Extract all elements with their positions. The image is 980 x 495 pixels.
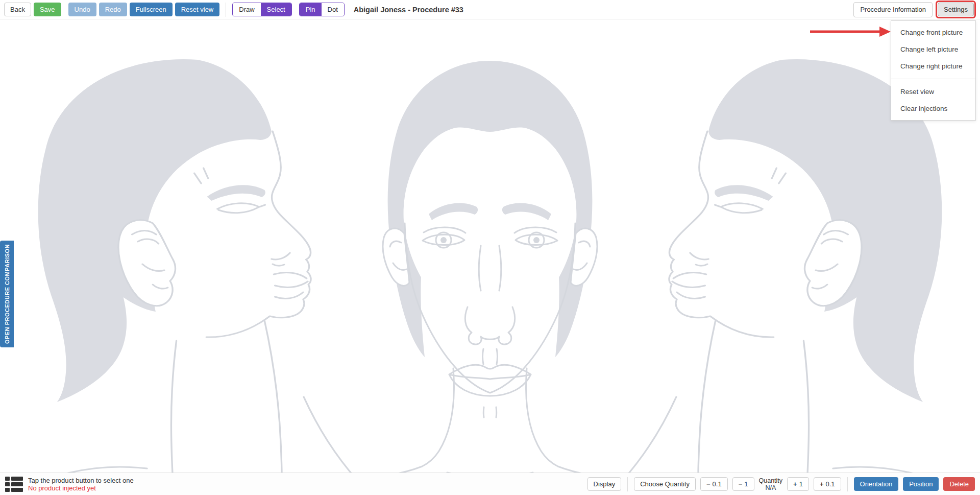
pin-dot-toggle: Pin Dot: [299, 3, 345, 16]
settings-button-red-highlight: Settings: [936, 1, 976, 18]
plus-icon: +: [820, 480, 824, 488]
bottombar-divider-2: [847, 477, 848, 491]
bottom-toolbar: Tap the product button to select one No …: [0, 473, 980, 495]
front-face-illustration: [347, 43, 633, 483]
dot-toggle-option[interactable]: Dot: [322, 3, 344, 16]
plus-icon: +: [793, 480, 797, 488]
product-hint-text: Tap the product button to select one: [28, 477, 134, 484]
menu-item-reset-view[interactable]: Reset view: [891, 83, 975, 100]
draw-select-toggle: Draw Select: [232, 3, 291, 16]
menu-item-change-front-picture[interactable]: Change front picture: [891, 24, 975, 41]
settings-dropdown-menu: Change front picture Change left picture…: [891, 20, 976, 121]
redo-button[interactable]: Redo: [99, 3, 127, 16]
back-button[interactable]: Back: [4, 3, 31, 16]
fullscreen-button[interactable]: Fullscreen: [130, 3, 173, 16]
pin-toggle-option[interactable]: Pin: [300, 3, 322, 16]
quantity-value: N/A: [759, 484, 783, 491]
no-product-status-text: No product injected yet: [28, 484, 134, 492]
open-procedure-comparison-tab[interactable]: OPEN PROCEDURE COMPARISON: [0, 241, 14, 347]
procedure-information-button[interactable]: Procedure Information: [853, 2, 933, 17]
orientation-button[interactable]: Orientation: [854, 477, 899, 491]
delete-button[interactable]: Delete: [943, 477, 975, 491]
minus-icon: −: [739, 480, 743, 488]
display-button[interactable]: Display: [587, 477, 622, 491]
product-list-icon[interactable]: [5, 477, 23, 492]
position-button[interactable]: Position: [903, 477, 939, 491]
injection-canvas[interactable]: [0, 20, 980, 473]
reset-view-button[interactable]: Reset view: [175, 3, 220, 16]
decrease-0.1-button[interactable]: − 0.1: [700, 477, 728, 491]
page-title: Abigail Joness - Procedure #33: [354, 6, 463, 14]
menu-item-change-left-picture[interactable]: Change left picture: [891, 41, 975, 58]
undo-button[interactable]: Undo: [68, 3, 96, 16]
annotation-arrow-icon: [809, 26, 892, 38]
quantity-readout: Quantity N/A: [759, 477, 783, 491]
draw-toggle-option[interactable]: Draw: [233, 3, 260, 16]
product-hint-block: Tap the product button to select one No …: [28, 477, 134, 492]
menu-item-change-right-picture[interactable]: Change right picture: [891, 58, 975, 75]
menu-item-clear-injections[interactable]: Clear injections: [891, 100, 975, 117]
increase-0.1-button[interactable]: + 0.1: [814, 477, 841, 491]
decrease-1-button[interactable]: − 1: [732, 477, 754, 491]
select-toggle-option[interactable]: Select: [261, 3, 291, 16]
top-toolbar: Back Save Undo Redo Fullscreen Reset vie…: [0, 0, 980, 19]
toolbar-divider: [226, 3, 226, 17]
choose-quantity-button[interactable]: Choose Quantity: [634, 477, 696, 491]
left-profile-face-illustration: [4, 44, 361, 484]
menu-divider: [891, 79, 975, 79]
quantity-label: Quantity: [759, 477, 783, 484]
save-button[interactable]: Save: [34, 3, 61, 16]
settings-button[interactable]: Settings: [938, 3, 974, 16]
minus-icon: −: [706, 480, 710, 488]
bottombar-divider-1: [627, 477, 628, 491]
increase-1-button[interactable]: + 1: [787, 477, 809, 491]
